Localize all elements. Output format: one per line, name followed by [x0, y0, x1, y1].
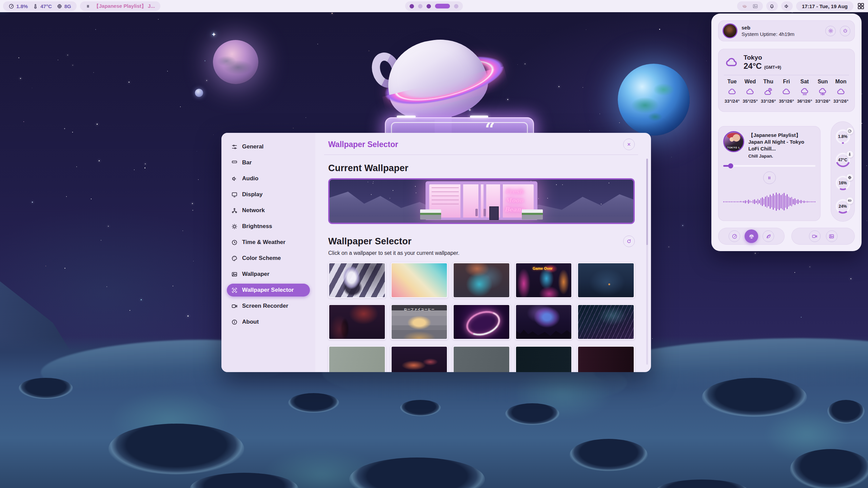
sidebar-item-about[interactable]: About: [227, 316, 310, 328]
workspace-2[interactable]: [418, 4, 422, 8]
sidebar-item-label: Wallpaper Selector: [242, 287, 294, 293]
workspace-4[interactable]: [435, 4, 450, 8]
bar-icon: [231, 160, 238, 166]
screen-record-button[interactable]: [809, 230, 821, 242]
waveform-bar: [797, 199, 798, 204]
waveform-bar: [790, 198, 791, 206]
sidebar-item-screen-recorder[interactable]: Screen Recorder: [227, 300, 310, 312]
power-button[interactable]: [840, 26, 850, 36]
waveform-bar: [785, 196, 786, 208]
waveform-bar: [782, 194, 783, 209]
sidebar-item-general[interactable]: General: [227, 140, 310, 153]
wallpaper-thumbnail-nebula-forest[interactable]: [515, 304, 573, 340]
album-art[interactable]: TOKYO L: [723, 131, 744, 152]
sidebar-item-display[interactable]: Display: [227, 188, 310, 201]
forecast-mon: Mon33°/26°: [833, 79, 849, 104]
waveform-bar: [736, 201, 737, 202]
sidebar-item-network[interactable]: Network: [227, 204, 310, 217]
system-stats-pill[interactable]: 1.8%47°C8G: [3, 1, 77, 11]
stat-value: 8G: [64, 3, 71, 9]
close-button[interactable]: [623, 139, 635, 150]
wallpaper-thumbnail-purple-ring-eclipse[interactable]: [453, 304, 510, 340]
refresh-button[interactable]: [623, 236, 635, 247]
waveform-bar: [802, 201, 803, 202]
wallpaper-thumbnail-dark-castle-night[interactable]: [577, 262, 635, 298]
waveform-bar: [723, 201, 724, 202]
hand-icon[interactable]: [742, 3, 748, 9]
settings-button[interactable]: [825, 26, 836, 36]
thumbnail-text: Game Over: [533, 266, 553, 270]
settings-sidebar: GeneralBarAudioDisplayNetworkBrightnessT…: [221, 133, 315, 372]
play-pause-button[interactable]: [763, 171, 776, 184]
cloud-rain-icon: [800, 87, 809, 96]
waveform-bar: [734, 201, 735, 202]
scrollbar[interactable]: [646, 159, 648, 365]
waveform-bar: [767, 196, 768, 208]
workspace-indicator[interactable]: [405, 1, 463, 11]
stat-thermometer-icon: 47°C: [33, 3, 52, 9]
workspace-1[interactable]: [410, 4, 414, 8]
wallpaper-thumbnail-partial-dark-maroon[interactable]: [577, 346, 635, 372]
notifications-button[interactable]: [766, 1, 778, 11]
media-pill-label: 【Japanese Playlist】 J...: [94, 3, 155, 9]
screenshot-button[interactable]: [826, 230, 837, 242]
waveform-bar: [787, 194, 788, 209]
wallpaper-thumbnail-partial-grey[interactable]: [453, 346, 510, 372]
wallpaper-thumbnail-particle-mesh[interactable]: [577, 304, 635, 340]
forecast-thu: Thu33°/26°: [760, 79, 776, 104]
planter-right: [522, 209, 543, 220]
waveform-bar: [751, 201, 752, 202]
profile-performance-button[interactable]: [729, 230, 740, 242]
workspace-5[interactable]: [454, 4, 458, 8]
wallpaper-thumbnail-red-figure-landscape[interactable]: [328, 304, 386, 340]
user-name: seb: [742, 25, 821, 30]
waveform-bar: [742, 201, 743, 202]
wallpaper-thumbnail-blur-abstract[interactable]: [453, 262, 510, 298]
waveform-bar: [728, 201, 729, 202]
profile-balanced-button[interactable]: [745, 229, 758, 243]
settings-window: GeneralBarAudioDisplayNetworkBrightnessT…: [221, 133, 651, 372]
dashboard-panel: seb System Uptime: 4h19m Tokyo 24°C (GMT…: [711, 14, 862, 251]
weather-forecast: Tue33°/24°Wed35°/25°Thu33°/26°Fri35°/26°…: [724, 79, 849, 104]
profile-power-saver-button[interactable]: [763, 230, 774, 242]
forecast-day: Fri: [783, 79, 790, 85]
clock[interactable]: 17:17 - Tue, 19 Aug: [796, 1, 853, 11]
picture-icon[interactable]: [752, 3, 758, 9]
sidebar-item-audio[interactable]: Audio: [227, 172, 310, 185]
system-tray[interactable]: [737, 1, 763, 11]
wallpaper-thumbnail-neon-arcade[interactable]: Game Over: [515, 262, 573, 298]
power-profile-selector: [718, 228, 785, 245]
apps-grid-button[interactable]: [857, 2, 865, 10]
sliders-icon: [231, 144, 238, 150]
stat-chip-icon: 8G: [57, 3, 71, 9]
workspace-3[interactable]: [427, 4, 431, 8]
wallpaper-thumbnail-partial-grey-green[interactable]: [328, 346, 386, 372]
waveform-bar: [725, 201, 726, 202]
sidebar-item-brightness[interactable]: Brightness: [227, 220, 310, 233]
wallpaper-thumbnail-pastel-gradient[interactable]: [391, 262, 448, 298]
sidebar-item-bar[interactable]: Bar: [227, 156, 310, 169]
forecast-sun: Sun33°/26°: [815, 79, 831, 104]
wallpaper-thumbnail-anime-crosswalk[interactable]: [328, 262, 386, 298]
waveform-bar: [757, 199, 758, 204]
media-pill[interactable]: 【Japanese Playlist】 J...: [80, 1, 160, 11]
waveform-bar: [762, 197, 763, 206]
weather-timezone: (GMT+9): [764, 65, 781, 70]
selector-subtitle: Click on a wallpaper to set it as your c…: [328, 250, 635, 256]
volume-button[interactable]: [781, 1, 793, 11]
media-progress-slider[interactable]: [723, 163, 815, 168]
forecast-day: Sat: [801, 79, 809, 85]
sidebar-item-wallpaper[interactable]: Wallpaper: [227, 268, 310, 281]
waveform-bar: [811, 201, 812, 202]
forecast-temps: 35°/25°: [743, 99, 758, 104]
sidebar-item-color-scheme[interactable]: Color Scheme: [227, 252, 310, 265]
stat-speedometer-icon: 1.8%: [8, 3, 28, 9]
power-icon: [843, 28, 848, 34]
waveform-bar: [794, 198, 795, 205]
sidebar-item-time-weather[interactable]: Time & Weather: [227, 236, 310, 249]
wallpaper-thumbnail-partial-dark-teal[interactable]: [515, 346, 573, 372]
sidebar-item-wallpaper-selector[interactable]: Wallpaper Selector: [227, 284, 310, 297]
wallpaper-thumbnail-partial-coral-dark[interactable]: [391, 346, 448, 372]
wallpaper-thumbnail-lofi-coffee-shop[interactable]: ローファイコーヒー: [391, 304, 448, 340]
waveform-bar: [804, 201, 805, 203]
